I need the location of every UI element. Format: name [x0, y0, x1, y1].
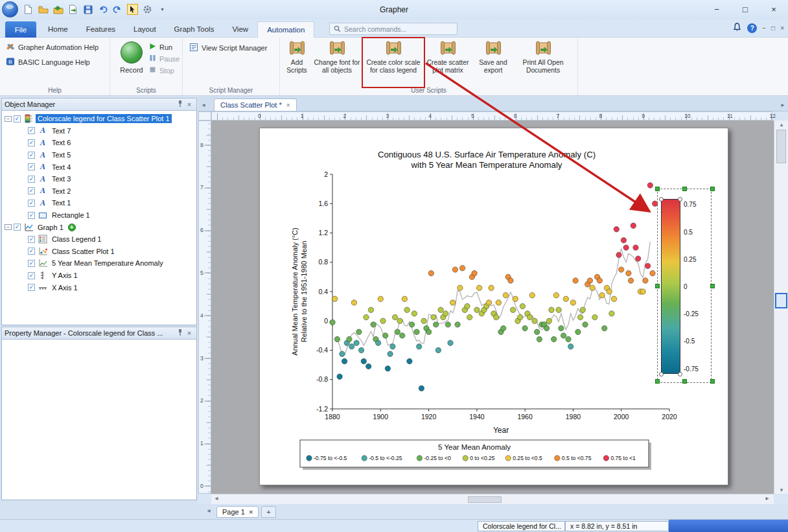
selection-handle[interactable]	[682, 379, 687, 384]
tab-scroll-right-icon[interactable]: ▸	[778, 101, 788, 111]
visibility-checkbox[interactable]: ✓	[14, 115, 21, 122]
run-button[interactable]: Run	[149, 43, 180, 51]
page-tab[interactable]: Page 1 ×	[216, 506, 259, 518]
doc-restore-icon[interactable]: □	[771, 25, 775, 32]
tree-item-x-axis-1[interactable]: ✓X Axis 1	[2, 281, 196, 294]
scroll-down-icon[interactable]: ▾	[774, 487, 788, 493]
visibility-checkbox[interactable]: ✓	[28, 212, 35, 219]
export-icon[interactable]	[67, 3, 79, 16]
visibility-checkbox[interactable]: ✓	[28, 176, 35, 183]
vertical-scrollbar[interactable]: ▴ ▾	[774, 121, 788, 494]
close-icon[interactable]: ×	[185, 329, 194, 337]
user-script-save-and-export[interactable]: Save and export	[473, 39, 513, 86]
tree-item-text-1[interactable]: ✓AText 1	[2, 197, 196, 209]
app-menu-orb[interactable]	[2, 1, 18, 17]
user-script-add-scripts[interactable]: Add Scripts	[284, 39, 310, 86]
settings-icon[interactable]	[141, 3, 154, 16]
visibility-checkbox[interactable]: ✓	[28, 139, 35, 146]
pin-icon[interactable]	[176, 329, 185, 338]
open-icon[interactable]	[37, 3, 49, 16]
horizontal-scrollbar[interactable]: ◂ ▸	[211, 494, 774, 504]
tree-item-graph-1[interactable]: −✓Graph 1+	[2, 221, 196, 233]
tree-item-text-4[interactable]: ✓AText 4	[2, 161, 196, 173]
pointer-tool-icon[interactable]	[126, 3, 139, 16]
user-script-print-all-open-documents[interactable]: Print All Open Documents	[516, 39, 570, 86]
tree-item-text-2[interactable]: ✓AText 2	[2, 185, 196, 198]
tree-item-y-axis-1[interactable]: ✓Y Axis 1	[2, 270, 196, 282]
selection-handle[interactable]	[655, 187, 660, 191]
new-document-icon[interactable]	[22, 3, 34, 16]
user-script-create-scatter-plot-matrix[interactable]: Create scatter plot matrix	[425, 39, 470, 86]
overflow-icon[interactable]: ▾	[156, 3, 168, 16]
tab-scroll-left-icon[interactable]: ◂	[198, 101, 209, 111]
visibility-checkbox[interactable]: ✓	[28, 152, 35, 159]
corner-handle[interactable]	[678, 197, 682, 202]
visibility-checkbox[interactable]: ✓	[28, 284, 35, 291]
tab-layout[interactable]: Layout	[124, 21, 165, 38]
tab-home[interactable]: Home	[39, 21, 77, 38]
selection-handle[interactable]	[710, 379, 715, 384]
scroll-position-widget[interactable]	[775, 293, 787, 308]
tree-item-text-5[interactable]: ✓AText 5	[2, 149, 196, 161]
command-search[interactable]	[329, 23, 458, 35]
horizontal-scroll-thumb[interactable]	[468, 496, 502, 503]
page-tab-close-icon[interactable]: ×	[249, 508, 253, 516]
selection-handle[interactable]	[655, 379, 660, 384]
save-icon[interactable]	[82, 3, 94, 16]
visibility-checkbox[interactable]: ✓	[28, 236, 35, 243]
basic-language-help-button[interactable]: B BASIC Language Help	[6, 57, 110, 67]
visibility-checkbox[interactable]: ✓	[28, 272, 35, 279]
scroll-right-icon[interactable]: ▸	[762, 494, 772, 504]
minimize-button[interactable]: −	[702, 0, 731, 19]
redo-icon[interactable]	[111, 3, 124, 16]
search-input[interactable]	[344, 25, 448, 33]
collapse-icon[interactable]: −	[5, 116, 12, 122]
scroll-up-icon[interactable]: ▴	[774, 121, 788, 128]
visibility-checkbox[interactable]: ✓	[14, 224, 21, 231]
selection-handle[interactable]	[710, 187, 715, 191]
tree-item-colorscale-legend-for-class-scatter-plot-1[interactable]: −✓Colorscale legend for Class Scatter Pl…	[2, 113, 196, 125]
visibility-checkbox[interactable]: ✓	[28, 200, 35, 207]
pin-icon[interactable]	[176, 100, 185, 109]
undo-icon[interactable]	[97, 3, 109, 16]
close-icon[interactable]: ×	[185, 100, 194, 108]
tab-file[interactable]: File	[5, 21, 36, 38]
tab-view[interactable]: View	[223, 21, 257, 38]
tree-item-text-3[interactable]: ✓AText 3	[2, 173, 196, 185]
tree-item-text-6[interactable]: ✓AText 6	[2, 137, 196, 149]
add-plot-badge-icon[interactable]: +	[68, 224, 76, 231]
visibility-checkbox[interactable]: ✓	[28, 127, 35, 134]
tree-item-class-scatter-plot-1[interactable]: ✓Class Scatter Plot 1	[2, 246, 196, 258]
help-icon[interactable]: ?	[747, 23, 757, 33]
view-script-manager-button[interactable]: View Script Manager	[189, 43, 279, 53]
selection-handle[interactable]	[710, 284, 715, 288]
visibility-checkbox[interactable]: ✓	[28, 163, 35, 170]
tab-automation[interactable]: Automation	[257, 21, 314, 38]
doc-minimize-icon[interactable]: −	[762, 25, 766, 32]
colorscale-gradient-bar[interactable]	[661, 199, 680, 374]
tab-close-icon[interactable]: ×	[286, 102, 290, 109]
doc-close-icon[interactable]: ×	[780, 25, 784, 32]
document-tab[interactable]: Class Scatter Plot * ×	[214, 98, 297, 111]
grapher-automation-help-button[interactable]: Grapher Automation Help	[6, 42, 110, 52]
visibility-checkbox[interactable]: ✓	[28, 187, 35, 194]
tree-item-class-legend-1[interactable]: ✓Class Legend 1	[2, 233, 196, 246]
corner-handle[interactable]	[659, 197, 664, 202]
import-icon[interactable]	[52, 3, 64, 16]
selection-handle[interactable]	[682, 187, 687, 191]
vertical-scroll-thumb[interactable]	[776, 130, 786, 163]
stop-button[interactable]: Stop	[149, 66, 180, 75]
scroll-left-icon[interactable]: ◂	[211, 494, 222, 504]
visibility-checkbox[interactable]: ✓	[28, 260, 35, 267]
tab-features[interactable]: Features	[77, 21, 124, 38]
tree-item-5-year-mean-temperature-anomaly[interactable]: ✓5 Year Mean Temperature Anomaly	[2, 257, 196, 270]
plot-page[interactable]: Contiguous 48 U.S. Surface Air Temperatu…	[259, 128, 728, 485]
collapse-icon[interactable]: −	[5, 224, 12, 230]
tab-graph-tools[interactable]: Graph Tools	[165, 21, 224, 38]
corner-handle[interactable]	[678, 372, 682, 376]
page-scroll-left-icon[interactable]: ◂	[203, 507, 214, 516]
corner-handle[interactable]	[659, 372, 664, 376]
selection-handle[interactable]	[655, 284, 660, 288]
new-page-tab[interactable]: +	[261, 506, 275, 518]
tree-item-text-7[interactable]: ✓AText 7	[2, 125, 196, 137]
